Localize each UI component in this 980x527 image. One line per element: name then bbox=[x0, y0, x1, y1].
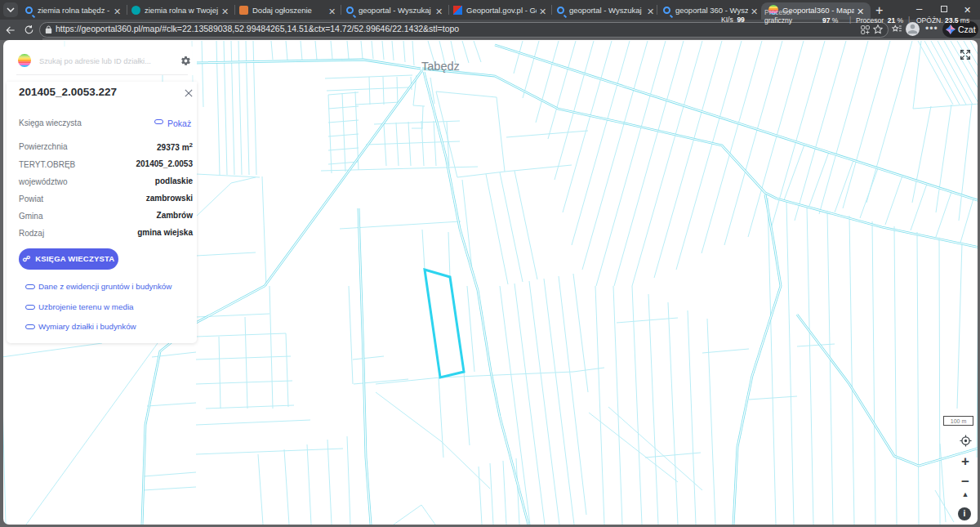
svg-text:Tabędz: Tabędz bbox=[421, 60, 460, 73]
